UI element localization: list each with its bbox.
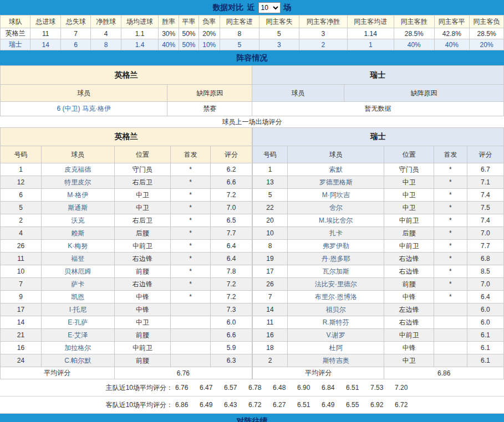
player-number: 2 xyxy=(253,354,288,367)
compare-col-header: 胜率 xyxy=(159,16,179,28)
player-name-link[interactable]: 加拉格尔 xyxy=(64,344,91,352)
player-name-link[interactable]: R.斯特芬 xyxy=(323,318,349,326)
player-name-link[interactable]: 布里尔·恩博洛 xyxy=(315,293,357,301)
history-rating-value: 6.57 xyxy=(222,384,246,392)
starter-mark xyxy=(171,316,211,329)
player-name-link[interactable]: 萨卡 xyxy=(71,280,84,288)
player-number: 10 xyxy=(253,227,288,240)
starter-mark: * xyxy=(171,253,211,265)
starter-mark: * xyxy=(171,227,211,240)
compare-col-header: 场均进球 xyxy=(121,16,158,28)
starter-mark: * xyxy=(171,214,211,227)
starter-mark: * xyxy=(434,214,467,227)
stat-value: 1.4 xyxy=(121,39,158,50)
compare-col-header: 总进球 xyxy=(30,16,60,28)
starter-mark: * xyxy=(171,265,211,278)
player-rating: 7.7 xyxy=(467,240,503,253)
player-position: 中卫 xyxy=(384,176,434,189)
history-rating-value: 7.20 xyxy=(393,384,417,392)
starter-mark: * xyxy=(171,176,211,189)
player-name-link[interactable]: K·梅努 xyxy=(68,242,88,250)
player-name-link[interactable]: 斯特吉奥 xyxy=(323,357,349,364)
lineup-home-player-header: 球员 xyxy=(1,85,167,102)
compare-header-row: 球队总进球总失球净胜球场均进球胜率平率负率同主客进同主客失同主客净胜同主客均进同… xyxy=(1,16,504,28)
player-name-link[interactable]: M.埃比舍尔 xyxy=(319,217,353,224)
player-row: 9凯恩中锋*7.2 xyxy=(1,291,252,303)
player-name-link[interactable]: 罗德里格斯 xyxy=(319,178,353,186)
player-position: 中前卫 xyxy=(384,240,434,253)
compare-col-header: 同主客失 xyxy=(259,16,299,28)
history-rating-value: 6.92 xyxy=(368,401,393,409)
player-rating: 6.4 xyxy=(467,291,503,303)
starter-mark: * xyxy=(434,265,467,278)
player-name-link[interactable]: 舍尔 xyxy=(329,204,343,212)
player-position: 中卫 xyxy=(384,202,434,214)
player-rating: 6.4 xyxy=(211,240,252,253)
stat-value: 10% xyxy=(198,39,220,50)
player-position: 中锋 xyxy=(114,291,171,303)
starter-mark xyxy=(171,354,211,367)
missing-reason: 禁赛 xyxy=(167,102,252,116)
stat-value: 3 xyxy=(259,39,299,50)
compare-col-header: 同主客均进 xyxy=(347,16,394,28)
player-rating: 6.6 xyxy=(211,176,252,189)
player-name-link[interactable]: 弗罗伊勒 xyxy=(323,242,349,250)
away-team-header: 瑞士 xyxy=(253,128,504,146)
player-name-link[interactable]: 福登 xyxy=(71,255,84,263)
player-position: 中前卫 xyxy=(384,329,434,342)
player-name-link[interactable]: 杜阿 xyxy=(329,344,343,352)
ratings-col-header: 评分 xyxy=(211,146,252,163)
team-name: 英格兰 xyxy=(1,28,30,39)
player-name-link[interactable]: M·格伊 xyxy=(67,191,88,199)
stat-value: 8 xyxy=(91,39,121,50)
player-position: 右边锋 xyxy=(384,253,434,265)
player-rating: 7.4 xyxy=(467,189,503,202)
recent-matches-select[interactable]: 10 xyxy=(258,2,281,13)
player-name-link[interactable]: 特里皮尔 xyxy=(64,178,91,186)
stat-value: 8 xyxy=(220,28,259,39)
player-name-link[interactable]: I·托尼 xyxy=(69,306,86,313)
player-number: 11 xyxy=(253,316,288,329)
stat-value: 6 xyxy=(60,39,90,50)
player-name-link[interactable]: 凯恩 xyxy=(71,293,84,301)
player-rating: 6.0 xyxy=(211,316,252,329)
player-row: 17瓦尔加斯右边锋*8.5 xyxy=(253,265,504,278)
player-row: 19丹·恩多耶右边锋*6.8 xyxy=(253,253,504,265)
player-name-link[interactable]: M·阿坎吉 xyxy=(322,191,350,199)
player-name-link[interactable]: 斯通斯 xyxy=(68,204,88,212)
history-rating-value: 6.49 xyxy=(319,401,344,409)
player-name-link[interactable]: V.谢罗 xyxy=(327,331,345,339)
lineup-home-reason-header: 缺阵原因 xyxy=(167,85,252,102)
player-rating: 5.9 xyxy=(211,342,252,354)
player-name-link[interactable]: 祖贝尔 xyxy=(326,306,346,313)
player-row: 16加拉格尔中前卫5.9 xyxy=(1,342,252,354)
player-name-link[interactable]: 索默 xyxy=(329,166,343,173)
player-position: 前腰 xyxy=(114,329,171,342)
player-name-link[interactable]: 丹·恩多耶 xyxy=(322,255,350,263)
player-name-link[interactable]: 赖斯 xyxy=(71,229,84,237)
player-name-link[interactable]: 法比安·里德尔 xyxy=(315,280,357,288)
player-name-link[interactable]: E·孔萨 xyxy=(68,318,88,326)
player-position: 中锋 xyxy=(384,291,434,303)
player-name-link[interactable]: E·艾泽 xyxy=(68,331,88,339)
compare-col-header: 净胜球 xyxy=(91,16,121,28)
starter-mark xyxy=(434,342,467,354)
stat-value: 40% xyxy=(394,39,434,50)
player-name-link[interactable]: 沃克 xyxy=(71,217,84,224)
away-avg-value: 6.86 xyxy=(384,367,504,379)
player-name-link[interactable]: 扎卡 xyxy=(329,229,343,237)
missing-player-link[interactable]: 6 (中卫) 马克·格伊 xyxy=(57,105,111,112)
stat-value: 14 xyxy=(30,39,60,50)
player-row: 1索默守门员*6.7 xyxy=(253,163,504,176)
player-name-link[interactable]: C.帕尔默 xyxy=(64,357,91,364)
player-name-link[interactable]: 皮克福德 xyxy=(64,166,91,173)
history-rating-value: 6.27 xyxy=(271,401,295,409)
player-row: 2沃克右后卫*6.5 xyxy=(1,214,252,227)
player-name-link[interactable]: 贝林厄姆 xyxy=(64,267,91,275)
player-rating: 7.2 xyxy=(211,291,252,303)
player-number: 14 xyxy=(253,303,288,316)
player-name-link[interactable]: 瓦尔加斯 xyxy=(323,267,349,275)
starter-mark: * xyxy=(434,227,467,240)
player-position: 右边锋 xyxy=(114,253,171,265)
player-position: 右后卫 xyxy=(114,214,171,227)
